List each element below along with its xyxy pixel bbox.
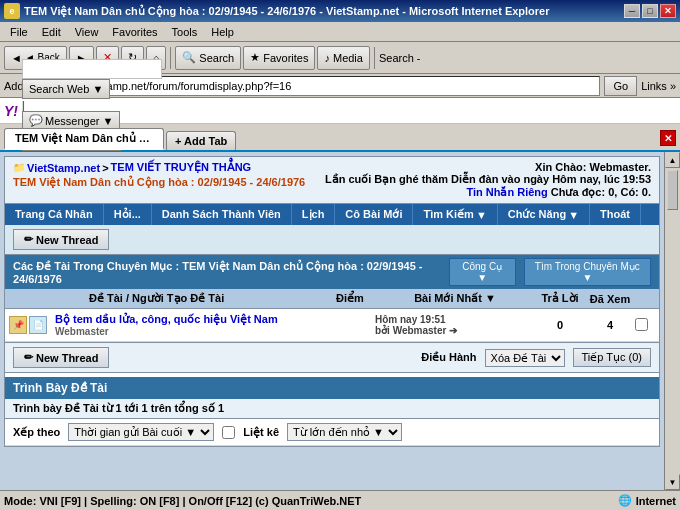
favorites-button[interactable]: ★ Favorites [243,46,315,70]
search-section-button[interactable]: Tìm Trong Chuyên Mục ▼ [524,258,651,286]
yahoo-search-web-button[interactable]: Search Web ▼ [22,79,110,99]
nav-functions[interactable]: Chức Năng ▼ [498,204,590,225]
menu-view[interactable]: View [69,24,105,40]
messenger-icon: 💬 [29,114,43,127]
media-button[interactable]: ♪ Media [317,46,369,70]
pm-detail: Chưa đọc: 0, Có: 0. [551,186,651,198]
go-button[interactable]: Go [604,76,637,96]
sort-label: Xếp theo [13,426,60,439]
search-button[interactable]: 🔍 Search [175,46,241,70]
forum-body: 📁 VietStamp.net > TEM VIẾT TRUYỆN THẲNG … [4,156,660,447]
list-checkbox[interactable] [222,426,235,439]
list-label: Liệt kê [243,426,279,439]
moderation-select[interactable]: Xóa Đề Tài [485,349,565,367]
menu-bar: File Edit View Favorites Tools Help [0,22,680,42]
thread-title-link[interactable]: Bộ tem dầu lửa, công, quốc hiệu Việt Nam [55,313,278,325]
new-thread-top-bar: ✏ New Thread [5,225,659,255]
new-thread-bottom-bar: ✏ New Thread Điều Hành Xóa Đề Tài Tiếp T… [5,342,659,373]
thread-page-icon: 📄 [29,316,47,334]
thread-latest-date: Hôm nay 19:51 [375,314,535,325]
thread-author: Webmaster [55,326,325,337]
table-row: 📌 📄 Bộ tem dầu lửa, công, quốc hiệu Việt… [5,309,659,342]
section-header: Các Đề Tài Trong Chuyên Mục : TEM Việt N… [5,255,659,289]
status-bar: Mode: VNI [F9] | Spelling: ON [F8] | On/… [0,490,680,510]
external-link-icon: ➔ [449,325,457,336]
add-tab-button[interactable]: + Add Tab [166,131,236,150]
nav-search[interactable]: Tìm Kiếm ▼ [413,204,497,225]
menu-favorites[interactable]: Favorites [106,24,163,40]
col-latest-header: Bài Mới Nhất ▼ [375,292,535,305]
thread-latest-cell: Hôm nay 19:51 bởi Webmaster ➔ [375,314,535,336]
moderation-button[interactable]: Tiếp Tục (0) [573,348,651,367]
nav-bar: Trang Cá Nhân Hỏi... Danh Sách Thành Viê… [5,204,659,225]
col-diem-header: Điểm [325,292,375,305]
section-title-text: Các Đề Tài Trong Chuyên Mục : TEM Việt N… [13,260,449,285]
yahoo-logo: Y! [4,103,18,119]
title-bar-buttons: ─ □ ✕ [624,4,676,18]
search-dash-label: Search - [379,52,421,64]
thread-checkbox[interactable] [635,318,648,331]
nav-new-posts[interactable]: Cô Bài Mới [335,204,413,225]
col-title-header: Đề Tài / Người Tạo Đề Tài [49,292,325,305]
breadcrumb-vietstamp-link[interactable]: VietStamp.net [27,162,100,174]
bottom-section-header: Trình Bày Đề Tài [5,377,659,399]
breadcrumb-arrow-1: > [102,162,108,174]
scroll-thumb[interactable] [667,170,678,210]
menu-tools[interactable]: Tools [166,24,204,40]
nav-calendar[interactable]: Lịch [292,204,336,225]
close-button[interactable]: ✕ [660,4,676,18]
favorites-icon: ★ [250,51,260,64]
moderation-section: Điều Hành Xóa Đề Tài Tiếp Tục (0) [421,348,651,367]
folder-icon: 📁 [13,162,25,173]
thread-views-cell: 4 [585,319,635,331]
scroll-track[interactable] [665,168,680,474]
minimize-button[interactable]: ─ [624,4,640,18]
links-label: Links » [641,80,676,92]
scroll-down-arrow[interactable]: ▼ [665,474,680,490]
tool-button[interactable]: Công Cụ ▼ [449,258,516,286]
close-tab-button[interactable]: ✕ [660,130,676,146]
nav-profile[interactable]: Trang Cá Nhân [5,204,104,225]
content-area: 📁 VietStamp.net > TEM VIẾT TRUYỆN THẲNG … [0,152,664,490]
search-icon: 🔍 [182,51,196,64]
pencil-icon-bottom: ✏ [24,351,33,364]
media-icon: ♪ [324,52,330,64]
tab-label: TEM Việt Nam Dân chủ Cộng hò... [15,132,164,144]
maximize-button[interactable]: □ [642,4,658,18]
yahoo-spacer: | [22,100,25,111]
pager-info: Trình bày Đề Tài từ 1 tới 1 trên tổng số… [5,399,659,419]
thread-title-cell: Bộ tem dầu lửa, công, quốc hiệu Việt Nam… [55,313,325,337]
active-tab[interactable]: TEM Việt Nam Dân chủ Cộng hò... [4,128,164,150]
list-select[interactable]: Từ lớn đến nhỏ ▼ [287,423,402,441]
menu-file[interactable]: File [4,24,34,40]
breadcrumb-section-link[interactable]: TEM VIẾT TRUYỆN THẲNG [111,161,252,174]
breadcrumb-left: 📁 VietStamp.net > TEM VIẾT TRUYỆN THẲNG … [13,161,305,189]
menu-edit[interactable]: Edit [36,24,67,40]
status-mode-text: Mode: VNI [F9] | Spelling: ON [F8] | On/… [4,495,618,507]
breadcrumb-bar: 📁 VietStamp.net > TEM VIẾT TRUYỆN THẲNG … [5,157,659,204]
new-thread-button-bottom[interactable]: ✏ New Thread [13,347,109,368]
col-reply-header: Trả Lời [535,292,585,305]
window-title: TEM Việt Nam Dân chủ Cộng hòa : 02/9/194… [24,5,550,18]
col-views-header: Đã Xem [585,293,635,305]
new-thread-button-top[interactable]: ✏ New Thread [13,229,109,250]
internet-icon: 🌐 [618,494,632,507]
scrollbar[interactable]: ▲ ▼ [664,152,680,490]
nav-members[interactable]: Danh Sách Thành Viên [152,204,292,225]
pencil-icon: ✏ [24,233,33,246]
breadcrumb-path: 📁 VietStamp.net > TEM VIẾT TRUYỆN THẲNG [13,161,305,174]
sort-select[interactable]: Thời gian gửi Bài cuối ▼ [68,423,214,441]
zone-label: Internet [636,495,676,507]
nav-hoi[interactable]: Hỏi... [104,204,152,225]
pm-link[interactable]: Tin Nhắn Riêng [466,186,547,198]
nav-logout[interactable]: Thoát [590,204,641,225]
thread-latest-by: bởi Webmaster ➔ [375,325,535,336]
yahoo-search-input[interactable] [22,59,162,79]
scroll-up-arrow[interactable]: ▲ [665,152,680,168]
menu-help[interactable]: Help [205,24,240,40]
back-icon: ◄ [11,52,22,64]
functions-dropdown-icon: ▼ [568,209,579,221]
sort-bar: Xếp theo Thời gian gửi Bài cuối ▼ Liệt k… [5,419,659,446]
welcome-greeting: Xin Chào: Webmaster. [325,161,651,173]
welcome-pm: Tin Nhắn Riêng Chưa đọc: 0, Có: 0. [325,186,651,199]
